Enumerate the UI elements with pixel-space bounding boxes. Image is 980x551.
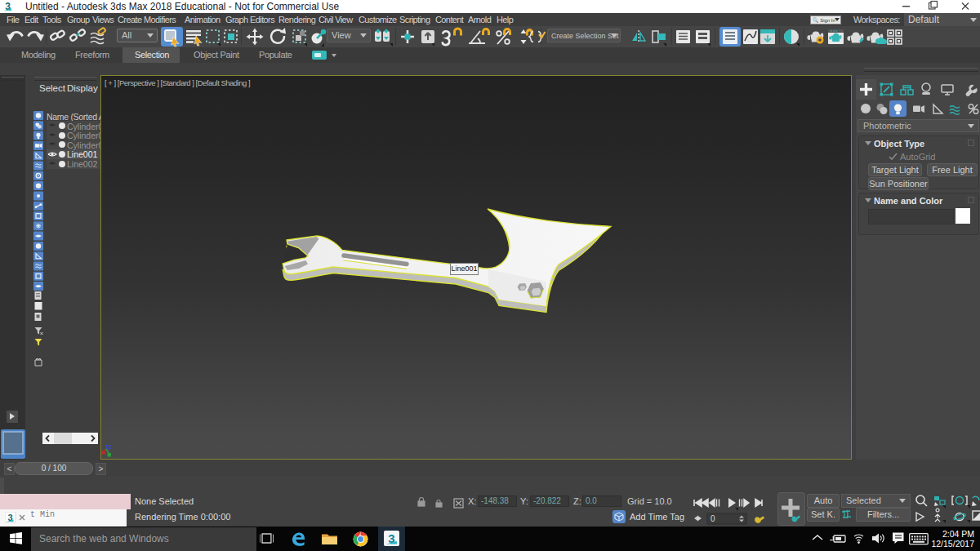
svg-text:Z: Z	[108, 443, 112, 451]
svg-text:0: 0	[710, 514, 715, 523]
